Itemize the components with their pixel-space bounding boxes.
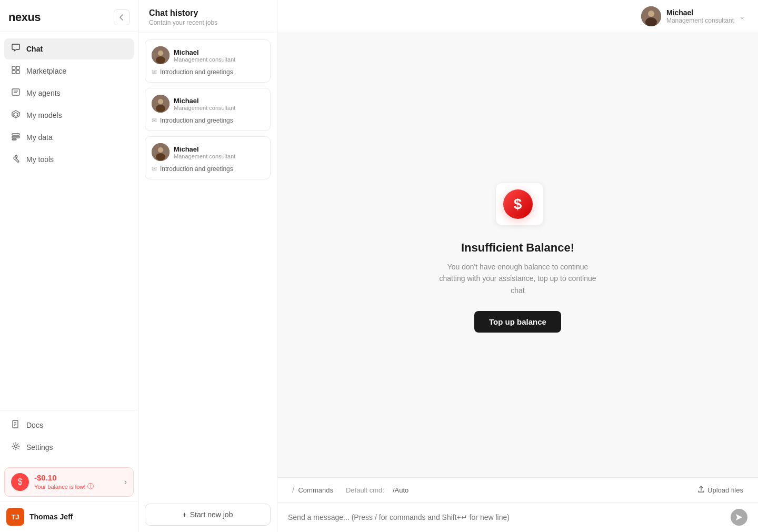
topbar-chevron-icon: ⌄ [739,12,745,21]
sidebar-data-label: My data [26,133,53,142]
upload-icon [697,486,705,495]
svg-rect-4 [12,89,19,95]
user-profile[interactable]: TJ Thomas Jeff [0,501,138,532]
dollar-icon: $ [503,189,533,219]
chat-item[interactable]: Michael Management consultant ✉ Introduc… [145,88,271,131]
sidebar-tools-label: My tools [26,155,54,164]
svg-rect-2 [12,71,15,74]
sidebar-item-my-models[interactable]: My models [4,105,134,126]
message-input-row [277,503,758,532]
topbar-user-role: Management consultant [666,17,734,24]
chat-message-text: Introduction and greetings [160,117,233,124]
slash-icon: / [292,485,294,495]
sidebar-item-my-tools[interactable]: My tools [4,149,134,170]
commands-button[interactable]: / Commands [288,483,337,497]
chat-message-text: Introduction and greetings [160,68,233,76]
avatar [152,95,169,113]
data-icon [11,132,21,143]
chat-message-row: ✉ Introduction and greetings [152,68,264,76]
logo: nexus [8,11,41,24]
sidebar-marketplace-label: Marketplace [26,67,66,75]
settings-label: Settings [26,443,53,451]
sidebar-chat-label: Chat [26,45,43,53]
insufficient-description: You don't have enough balance to continu… [434,261,602,296]
svg-point-16 [15,445,17,448]
start-new-job-button[interactable]: + Start new job [145,504,271,526]
message-input[interactable] [288,511,724,524]
svg-rect-10 [12,136,19,138]
balance-amount: -$0.10 [34,473,119,482]
sidebar-nav: Chat Marketplace My agents My models My … [0,32,138,410]
models-icon [11,110,21,121]
svg-point-25 [156,153,165,160]
panel-title: Chat history [149,8,266,18]
panel-header: Chat history Contain your recent jobs [138,0,277,33]
balance-icon-container: $ [486,178,550,230]
bottom-bar: / Commands Default cmd: /Auto Upload fil… [277,477,758,532]
topbar-user-info: Michael Management consultant [666,8,734,24]
chat-user-role: Management consultant [174,153,235,159]
svg-rect-1 [16,66,19,69]
chat-user-info: Michael Management consultant [174,145,235,159]
main-area: Michael Management consultant ⌄ $ Insuff… [277,0,758,532]
svg-rect-9 [12,134,19,135]
svg-point-18 [158,51,163,56]
user-avatar: TJ [6,508,24,526]
chat-history-panel: Chat history Contain your recent jobs Mi… [138,0,277,532]
insufficient-balance-card: $ Insufficient Balance! You don't have e… [434,178,602,333]
topbar-user[interactable]: Michael Management consultant ⌄ [641,6,745,26]
svg-point-19 [156,56,165,64]
svg-rect-3 [16,71,19,74]
sidebar: nexus Chat Marketplace My agents [0,0,138,532]
chat-user-role: Management consultant [174,105,235,111]
chat-user-role: Management consultant [174,56,235,63]
sidebar-item-chat[interactable]: Chat [4,38,134,59]
svg-point-24 [158,147,163,153]
bottom-toolbar: / Commands Default cmd: /Auto Upload fil… [277,478,758,503]
topbar-avatar [641,6,661,26]
main-content: $ Insufficient Balance! You don't have e… [277,33,758,477]
upload-files-label: Upload files [707,486,743,494]
chat-item[interactable]: Michael Management consultant ✉ Introduc… [145,136,271,179]
commands-label: Commands [298,486,333,494]
balance-icon: $ [11,473,29,491]
sidebar-header: nexus [0,0,138,32]
balance-info: -$0.10 Your balance is low! ⓘ [34,473,119,491]
topbar-user-name: Michael [666,8,734,17]
chat-message-row: ✉ Introduction and greetings [152,165,264,173]
sidebar-item-my-agents[interactable]: My agents [4,83,134,104]
balance-card[interactable]: $ -$0.10 Your balance is low! ⓘ › [4,467,134,497]
sidebar-item-settings[interactable]: Settings [4,437,134,458]
message-icon: ✉ [152,117,157,124]
chat-icon [11,44,21,54]
chat-user-name: Michael [174,97,235,105]
message-icon: ✉ [152,165,157,173]
sidebar-bottom-nav: Docs Settings [0,410,138,463]
topup-balance-button[interactable]: Top up balance [474,311,561,333]
docs-label: Docs [26,421,43,429]
svg-rect-11 [12,139,16,140]
chat-user-name: Michael [174,145,235,153]
sidebar-item-marketplace[interactable]: Marketplace [4,61,134,82]
send-button[interactable] [731,509,747,526]
chat-item[interactable]: Michael Management consultant ✉ Introduc… [145,39,271,83]
default-cmd-label: Default cmd: [346,486,384,494]
avatar [152,143,169,161]
new-job-label: Start new job [190,510,233,519]
chat-user-info: Michael Management consultant [174,97,235,111]
chat-user-name: Michael [174,48,235,56]
sidebar-agents-label: My agents [26,89,61,97]
default-cmd-value: /Auto [393,486,408,494]
agents-icon [11,88,21,98]
upload-files-button[interactable]: Upload files [693,484,747,497]
balance-chevron-icon: › [124,477,127,487]
marketplace-icon [11,66,21,76]
sidebar-collapse-button[interactable] [114,9,129,25]
chat-item-header: Michael Management consultant [152,46,264,64]
chat-message-text: Introduction and greetings [160,165,233,173]
chat-item-header: Michael Management consultant [152,95,264,113]
sidebar-item-docs[interactable]: Docs [4,415,134,436]
chat-user-info: Michael Management consultant [174,48,235,63]
plus-icon: + [183,510,187,519]
sidebar-item-my-data[interactable]: My data [4,127,134,148]
